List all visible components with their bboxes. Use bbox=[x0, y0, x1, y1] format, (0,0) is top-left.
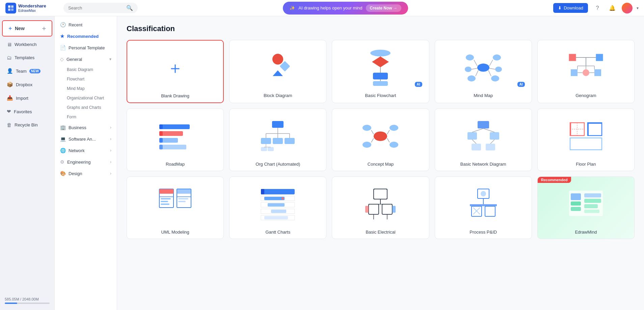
nav-sub-graphs[interactable]: Graphs and Charts bbox=[55, 103, 117, 112]
gantt-label: Gantt Charts bbox=[265, 230, 290, 235]
svg-rect-136 bbox=[584, 210, 599, 213]
help-button[interactable]: ? bbox=[592, 3, 603, 14]
sidebar-item-templates[interactable]: 🗂 Templates bbox=[2, 51, 52, 64]
nav-sub-orgchart[interactable]: Organizational Chart bbox=[55, 93, 117, 103]
svg-point-7 bbox=[370, 50, 391, 56]
nav-section-network[interactable]: 🌐 Network › bbox=[55, 145, 117, 156]
design-expand-icon: › bbox=[110, 171, 111, 176]
svg-rect-13 bbox=[373, 81, 388, 86]
template-card-network[interactable]: Basic Network Diagram bbox=[435, 109, 532, 171]
svg-rect-108 bbox=[271, 210, 286, 213]
sidebar-item-recycle[interactable]: 🗑 Recycle Bin bbox=[2, 119, 52, 131]
business-expand-icon: › bbox=[110, 125, 111, 130]
download-icon: ⬇ bbox=[558, 5, 562, 10]
nav-sub-flowchart[interactable]: Flowchart bbox=[55, 74, 117, 84]
svg-point-65 bbox=[390, 125, 398, 131]
business-label: Business bbox=[69, 125, 86, 130]
nav-item-recent[interactable]: 🕐 Recent bbox=[55, 19, 117, 30]
engineering-icon: ⚙ bbox=[60, 159, 64, 165]
avatar[interactable] bbox=[622, 3, 633, 14]
nav-section-business[interactable]: 🏢 Business › bbox=[55, 122, 117, 133]
nav-section-engineering[interactable]: ⚙ Engineering › bbox=[55, 156, 117, 168]
edrawmind-visual bbox=[542, 182, 630, 226]
pid-visual bbox=[439, 182, 528, 226]
svg-rect-27 bbox=[569, 54, 576, 61]
template-card-uml[interactable]: UML Modeling bbox=[127, 176, 224, 239]
nav-section-design[interactable]: 🎨 Design › bbox=[55, 168, 117, 179]
nav-item-personal[interactable]: 📄 Personal Template bbox=[55, 42, 117, 53]
topbar: Wondershare EdrawMax 🔍 ✨ AI drawing help… bbox=[0, 0, 644, 16]
sidebar-item-favorites[interactable]: ❤ Favorites bbox=[2, 105, 52, 118]
template-card-electrical[interactable]: Basic Electrical bbox=[332, 176, 429, 239]
software-label: Software An... bbox=[69, 137, 96, 142]
block-visual bbox=[234, 46, 322, 90]
template-card-genogram[interactable]: Genogram bbox=[537, 40, 635, 103]
search-input[interactable] bbox=[68, 5, 124, 10]
sidebar-item-import[interactable]: 📥 Import bbox=[2, 92, 52, 104]
sidebar-item-team[interactable]: 👤 Team NEW bbox=[2, 65, 52, 77]
svg-rect-56 bbox=[285, 138, 295, 144]
svg-rect-31 bbox=[571, 69, 578, 76]
svg-rect-115 bbox=[382, 204, 392, 214]
template-card-mindmap[interactable]: AI Mind Map bbox=[435, 40, 532, 103]
orgchart-visual bbox=[234, 114, 322, 158]
template-card-blank[interactable]: ＋ Blank Drawing bbox=[127, 40, 224, 103]
svg-line-79 bbox=[472, 140, 476, 144]
notification-button[interactable]: 🔔 bbox=[607, 3, 618, 14]
search-bar[interactable]: 🔍 bbox=[63, 3, 138, 13]
svg-rect-99 bbox=[178, 201, 186, 202]
template-card-gantt[interactable]: Gantt Charts bbox=[229, 176, 326, 239]
content-title: Classification bbox=[127, 24, 635, 33]
svg-rect-40 bbox=[159, 124, 190, 129]
nav-section-general[interactable]: ◇ General ▾ bbox=[55, 53, 117, 65]
network-label: Basic Network Diagram bbox=[460, 162, 506, 167]
sidebar-item-dropbox[interactable]: 📦 Dropbox bbox=[2, 78, 52, 91]
template-card-orgchart[interactable]: Org Chart (Automated) bbox=[229, 109, 326, 171]
sidebar-item-workbench[interactable]: 🖥 Workbench bbox=[2, 38, 52, 51]
nav-sub-mindmap[interactable]: Mind Map bbox=[55, 84, 117, 93]
svg-rect-85 bbox=[588, 123, 589, 136]
uml-visual bbox=[131, 182, 219, 226]
template-card-roadmap[interactable]: RoadMap bbox=[127, 109, 224, 171]
svg-rect-130 bbox=[571, 193, 581, 200]
nav-item-recommended[interactable]: ★ Recommended bbox=[55, 30, 117, 42]
svg-rect-86 bbox=[588, 123, 602, 124]
svg-point-64 bbox=[363, 125, 371, 131]
recent-icon: 🕐 bbox=[60, 22, 66, 27]
recycle-icon: 🗑 bbox=[7, 122, 12, 128]
team-icon: 👤 bbox=[7, 68, 13, 74]
electrical-visual bbox=[336, 182, 425, 226]
nav-sub-basic-diagram[interactable]: Basic Diagram bbox=[55, 65, 117, 74]
ai-sparkle-icon: ✨ bbox=[290, 5, 295, 10]
template-card-pid[interactable]: Process P&ID bbox=[435, 176, 532, 239]
pid-label: Process P&ID bbox=[469, 230, 497, 235]
recommended-icon: ★ bbox=[60, 33, 64, 39]
edrawmind-label: EdrawMind bbox=[575, 230, 597, 235]
blank-visual: ＋ bbox=[131, 46, 219, 90]
template-card-block[interactable]: Block Diagram bbox=[229, 40, 326, 103]
concept-visual bbox=[336, 114, 425, 158]
storage-label: 585.05M / 2048.00M bbox=[5, 297, 39, 301]
roadmap-visual bbox=[131, 114, 219, 158]
nav-sub-form[interactable]: Form bbox=[55, 112, 117, 122]
svg-rect-48 bbox=[272, 121, 284, 128]
network-expand-icon: › bbox=[110, 148, 111, 153]
template-card-flowchart[interactable]: AI Basic Flowchart bbox=[332, 40, 429, 103]
svg-point-20 bbox=[491, 75, 499, 81]
svg-point-17 bbox=[465, 67, 472, 72]
svg-rect-44 bbox=[159, 124, 163, 129]
create-now-button[interactable]: Create Now → bbox=[366, 4, 401, 12]
svg-rect-83 bbox=[570, 138, 602, 150]
template-card-edrawmind[interactable]: Recommended EdrawMind bbox=[537, 176, 635, 239]
nav-section-software[interactable]: 💻 Software An... › bbox=[55, 133, 117, 145]
download-button[interactable]: ⬇ Download bbox=[553, 3, 588, 13]
network-visual bbox=[439, 114, 528, 158]
svg-rect-131 bbox=[571, 201, 581, 206]
template-card-floorplan[interactable]: Floor Plan bbox=[537, 109, 635, 171]
new-button[interactable]: ＋ New ＋ bbox=[2, 20, 52, 37]
engineering-label: Engineering bbox=[67, 160, 90, 165]
ai-pill[interactable]: ✨ AI drawing helps open your mind Create… bbox=[283, 2, 408, 15]
new-label-text: New bbox=[15, 26, 25, 31]
app-name-line1: Wondershare bbox=[18, 3, 46, 9]
template-card-concept[interactable]: Concept Map bbox=[332, 109, 429, 171]
